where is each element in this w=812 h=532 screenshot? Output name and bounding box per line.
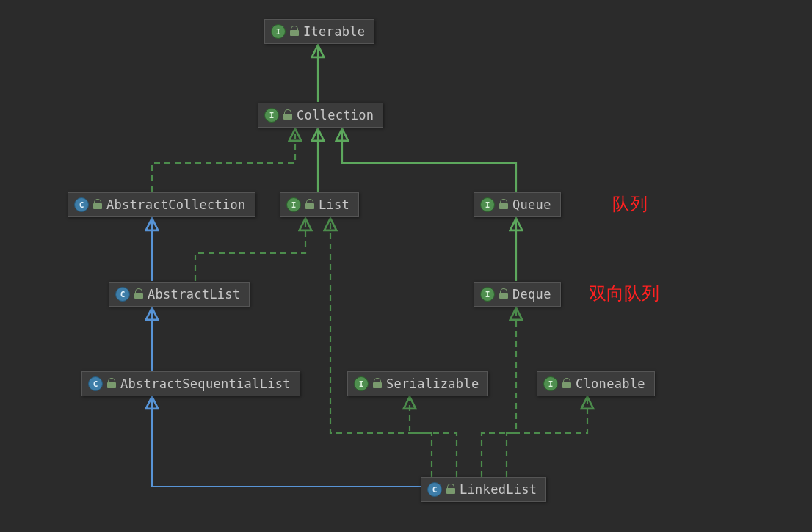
node-label: Collection <box>297 108 374 123</box>
node-queue[interactable]: I Queue <box>474 192 561 217</box>
node-label: Deque <box>512 287 551 302</box>
class-icon: C <box>427 482 442 497</box>
node-abstract-sequential-list[interactable]: C AbstractSequentialList <box>81 371 300 396</box>
lock-icon <box>562 379 571 388</box>
node-cloneable[interactable]: I Cloneable <box>537 371 655 396</box>
node-abstract-list[interactable]: C AbstractList <box>109 282 250 307</box>
interface-icon: I <box>354 376 369 391</box>
node-label: AbstractCollection <box>106 197 246 212</box>
node-deque[interactable]: I Deque <box>474 282 561 307</box>
node-serializable[interactable]: I Serializable <box>347 371 488 396</box>
node-label: Cloneable <box>576 376 645 391</box>
node-label: Serializable <box>386 376 479 391</box>
node-collection[interactable]: I Collection <box>258 103 383 128</box>
lock-icon <box>446 485 455 494</box>
edge-linkedlist-list <box>330 219 432 477</box>
lock-icon <box>499 290 508 299</box>
edge-linkedlist-absseq <box>152 398 421 487</box>
node-label: List <box>319 197 349 212</box>
interface-icon: I <box>543 376 558 391</box>
annotation-queue: 队列 <box>612 192 648 216</box>
edge-abslist-list <box>195 219 305 281</box>
node-label: LinkedList <box>460 482 537 497</box>
node-list[interactable]: I List <box>280 192 359 217</box>
lock-icon <box>305 200 314 209</box>
class-icon: C <box>115 287 130 302</box>
class-icon: C <box>74 197 89 212</box>
edge-linkedlist-cloneable <box>507 398 587 477</box>
annotation-deque: 双向队列 <box>589 282 659 305</box>
class-icon: C <box>88 376 103 391</box>
node-abstract-collection[interactable]: C AbstractCollection <box>68 192 255 217</box>
node-iterable[interactable]: I Iterable <box>264 19 374 44</box>
lock-icon <box>93 200 102 209</box>
lock-icon <box>134 290 143 299</box>
node-linked-list[interactable]: C LinkedList <box>421 477 546 502</box>
interface-icon: I <box>271 24 286 39</box>
node-label: Iterable <box>303 24 365 39</box>
edge-queue-collection <box>342 130 516 192</box>
lock-icon <box>107 379 116 388</box>
lock-icon <box>499 200 508 209</box>
lock-icon <box>373 379 382 388</box>
edge-linkedlist-serial <box>410 398 457 477</box>
lock-icon <box>290 27 299 36</box>
node-label: AbstractList <box>148 287 240 302</box>
interface-icon: I <box>264 108 279 123</box>
interface-icon: I <box>480 287 495 302</box>
interface-icon: I <box>480 197 495 212</box>
edge-abscoll-collection <box>152 130 295 192</box>
connector-layer <box>0 0 812 532</box>
node-label: Queue <box>512 197 551 212</box>
node-label: AbstractSequentialList <box>120 376 291 391</box>
lock-icon <box>283 111 292 120</box>
interface-icon: I <box>286 197 301 212</box>
